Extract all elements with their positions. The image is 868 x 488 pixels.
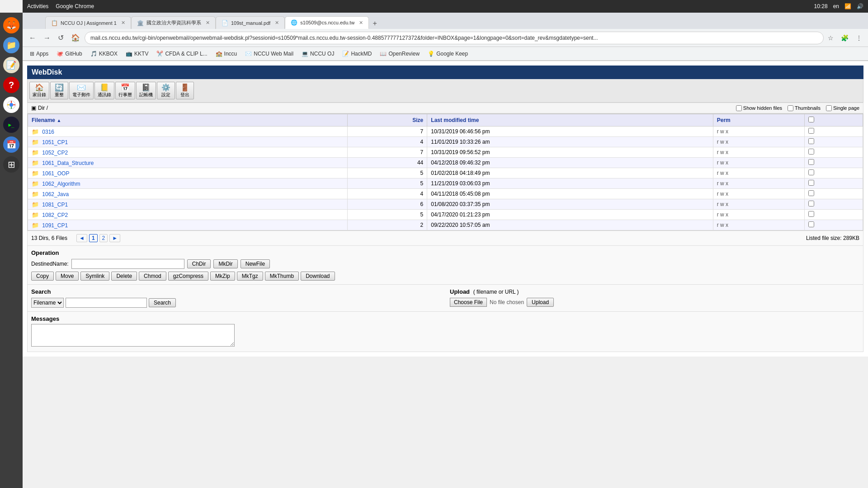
tab-3-close[interactable]: ✕ bbox=[275, 20, 279, 26]
folder-link[interactable]: 1081_CP1 bbox=[42, 202, 68, 208]
bookmark-nccu-oj[interactable]: 💻 NCCU OJ bbox=[298, 49, 338, 58]
search-input[interactable] bbox=[66, 298, 147, 308]
bookmark-nccu-mail[interactable]: ✉️ NCCU Web Mail bbox=[241, 49, 297, 58]
tab-4-close[interactable]: ✕ bbox=[359, 20, 363, 26]
sidebar-icon-apps[interactable]: ⊞ bbox=[3, 156, 19, 173]
new-tab-button[interactable]: + bbox=[369, 18, 380, 29]
sidebar-icon-calendar[interactable]: 📅 bbox=[3, 136, 19, 153]
row-checkbox[interactable] bbox=[808, 169, 814, 175]
search-type-select[interactable]: Filename Content bbox=[31, 298, 64, 308]
forward-button[interactable]: → bbox=[41, 32, 53, 44]
tab-1-close[interactable]: ✕ bbox=[121, 20, 125, 26]
messages-textarea[interactable] bbox=[31, 324, 235, 347]
next-page-button[interactable]: ► bbox=[109, 234, 120, 242]
row-checkbox[interactable] bbox=[808, 211, 814, 217]
reload-button[interactable]: ↺ bbox=[55, 32, 66, 44]
folder-link[interactable]: 1062_Java bbox=[42, 191, 69, 197]
bookmark-cfda[interactable]: ✂️ CFDA & CLIP L... bbox=[153, 49, 211, 58]
tab-2-close[interactable]: ✕ bbox=[206, 20, 210, 26]
move-button[interactable]: Move bbox=[56, 272, 79, 281]
choose-file-button[interactable]: Choose File bbox=[450, 298, 487, 307]
bookmark-kkbox[interactable]: 🎵 KKBOX bbox=[87, 49, 121, 58]
more-options-button[interactable]: ⋮ bbox=[854, 33, 864, 43]
bookmark-github[interactable]: 🐙 GitHub bbox=[53, 49, 85, 58]
sidebar-icon-text-editor[interactable]: 📝 bbox=[3, 57, 19, 73]
modified-header[interactable]: Last modified time bbox=[427, 114, 713, 127]
folder-link[interactable]: 0316 bbox=[42, 129, 54, 135]
toolbar-calendar-button[interactable]: 📅 行事曆 bbox=[115, 82, 135, 99]
toolbar-home-button[interactable]: 🏠 家目錄 bbox=[29, 82, 49, 99]
chdir-button[interactable]: ChDir bbox=[187, 259, 211, 268]
single-page-label[interactable]: Single page bbox=[826, 105, 859, 111]
sidebar-icon-files[interactable]: 📁 bbox=[3, 37, 19, 53]
row-checkbox[interactable] bbox=[808, 138, 814, 144]
toolbar-settings-button[interactable]: ⚙️ 設定 bbox=[157, 82, 175, 99]
size-header[interactable]: Size bbox=[347, 114, 427, 127]
show-hidden-checkbox[interactable] bbox=[736, 105, 742, 111]
mkzip-button[interactable]: MkZip bbox=[210, 272, 235, 281]
sidebar-icon-chrome[interactable] bbox=[3, 97, 19, 113]
row-checkbox[interactable] bbox=[808, 180, 814, 186]
upload-button[interactable]: Upload bbox=[527, 298, 554, 307]
tab-3[interactable]: 📄 109st_manual.pdf ✕ bbox=[216, 16, 285, 29]
mkdir-button[interactable]: MkDir bbox=[213, 259, 237, 268]
row-checkbox[interactable] bbox=[808, 190, 814, 196]
thumbnails-label[interactable]: Thumbnails bbox=[788, 105, 821, 111]
filename-header[interactable]: Filename ▲ bbox=[28, 114, 348, 127]
delete-button[interactable]: Delete bbox=[111, 272, 137, 281]
prev-page-button[interactable]: ◄ bbox=[76, 234, 87, 242]
destined-input[interactable] bbox=[71, 259, 184, 269]
toolbar-notes-button[interactable]: 📓 記帳機 bbox=[136, 82, 156, 99]
row-checkbox[interactable] bbox=[808, 159, 814, 165]
folder-link[interactable]: 1051_CP1 bbox=[42, 139, 68, 145]
tab-4[interactable]: 🌐 s10509@cs.nccu.edu.tw ✕ bbox=[285, 16, 369, 29]
tab-1[interactable]: 📋 NCCU OJ | Assignment 1 ✕ bbox=[45, 16, 131, 29]
bookmark-google-keep[interactable]: 💡 Google Keep bbox=[424, 49, 472, 58]
symlink-button[interactable]: Symlink bbox=[80, 272, 109, 281]
bookmark-hackmd[interactable]: 📝 HackMD bbox=[339, 49, 375, 58]
back-button[interactable]: ← bbox=[26, 32, 39, 44]
lang-indicator[interactable]: en bbox=[833, 3, 839, 9]
bookmark-inccu[interactable]: 🏫 Inccu bbox=[212, 49, 241, 58]
download-button[interactable]: Download bbox=[301, 272, 335, 281]
home-button[interactable]: 🏠 bbox=[68, 32, 83, 44]
toolbar-address-button[interactable]: 📒 通訊錄 bbox=[94, 82, 114, 99]
folder-link[interactable]: 1062_Algorithm bbox=[42, 181, 80, 187]
row-checkbox[interactable] bbox=[808, 221, 814, 227]
mkthumb-button[interactable]: MkThumb bbox=[265, 272, 299, 281]
folder-link[interactable]: 1091_CP1 bbox=[42, 222, 68, 229]
toolbar-logout-button[interactable]: 🚪 登出 bbox=[176, 82, 194, 99]
search-button[interactable]: Search bbox=[149, 298, 176, 307]
bookmark-star-button[interactable]: ☆ bbox=[826, 33, 836, 43]
bookmark-openreview[interactable]: 📖 OpenReview bbox=[376, 49, 423, 58]
gzcompress-button[interactable]: gzCompress bbox=[168, 272, 208, 281]
folder-link[interactable]: 1082_CP2 bbox=[42, 212, 68, 218]
select-all-checkbox[interactable] bbox=[808, 117, 814, 122]
thumbnails-checkbox[interactable] bbox=[788, 105, 793, 111]
bookmark-apps[interactable]: ⊞ Apps bbox=[26, 49, 52, 58]
copy-button[interactable]: Copy bbox=[31, 272, 54, 281]
bookmark-kktv[interactable]: 📺 KKTV bbox=[122, 49, 152, 58]
row-checkbox[interactable] bbox=[808, 201, 814, 206]
perm-header[interactable]: Perm bbox=[713, 114, 804, 127]
select-all-header[interactable] bbox=[804, 114, 863, 127]
single-page-checkbox[interactable] bbox=[826, 105, 832, 111]
sidebar-icon-firefox[interactable]: 🦊 bbox=[3, 17, 19, 33]
folder-link[interactable]: 1052_CP2 bbox=[42, 150, 68, 156]
address-bar[interactable] bbox=[85, 32, 824, 44]
sidebar-icon-terminal[interactable]: ▶_ bbox=[3, 117, 19, 133]
folder-link[interactable]: 1061_OOP bbox=[42, 170, 69, 177]
chmod-button[interactable]: Chmod bbox=[139, 272, 166, 281]
activities-button[interactable]: Activities bbox=[27, 3, 48, 9]
sidebar-icon-help[interactable]: ? bbox=[3, 77, 19, 93]
toolbar-email-button[interactable]: ✉️ 電子郵件 bbox=[69, 82, 94, 99]
newfile-button[interactable]: NewFile bbox=[241, 259, 270, 268]
page-2-link[interactable]: 2 bbox=[99, 234, 108, 242]
folder-link[interactable]: 1061_Data_Structure bbox=[42, 160, 94, 166]
row-checkbox[interactable] bbox=[808, 128, 814, 134]
tab-2[interactable]: 🏛️ 國立政治大學資訊科學系 ✕ bbox=[131, 16, 216, 29]
toolbar-refresh-button[interactable]: 🔄 重整 bbox=[50, 82, 68, 99]
extension-puzzle-button[interactable]: 🧩 bbox=[839, 33, 851, 43]
show-hidden-label[interactable]: Show hidden files bbox=[736, 105, 782, 111]
mktgz-button[interactable]: MkTgz bbox=[237, 272, 263, 281]
